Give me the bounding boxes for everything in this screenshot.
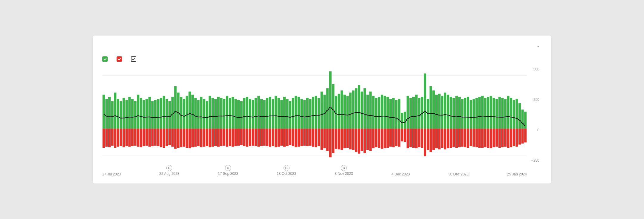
svg-rect-9 <box>108 129 111 147</box>
svg-rect-223 <box>415 129 417 148</box>
svg-rect-270 <box>484 98 486 129</box>
svg-rect-41 <box>154 129 157 146</box>
g-badge: G <box>341 165 347 171</box>
svg-rect-181 <box>355 129 357 152</box>
svg-rect-248 <box>453 98 455 129</box>
svg-rect-14 <box>117 99 119 129</box>
svg-rect-62 <box>186 96 188 129</box>
svg-rect-84 <box>217 97 220 129</box>
svg-rect-75 <box>203 129 205 146</box>
svg-rect-246 <box>450 97 452 129</box>
svg-rect-85 <box>217 129 220 146</box>
svg-rect-257 <box>464 129 466 147</box>
y-label-250: 250 <box>527 98 542 102</box>
svg-rect-113 <box>257 129 260 146</box>
svg-rect-203 <box>386 129 389 148</box>
svg-rect-123 <box>272 129 274 146</box>
svg-rect-91 <box>226 129 228 146</box>
svg-rect-213 <box>401 129 403 141</box>
svg-rect-10 <box>111 101 114 129</box>
svg-rect-221 <box>412 129 415 148</box>
chart-card: ⌃ 500 250 <box>92 35 552 184</box>
svg-rect-25 <box>131 129 134 146</box>
svg-rect-35 <box>145 129 148 146</box>
svg-rect-244 <box>447 95 449 129</box>
svg-rect-173 <box>343 129 346 148</box>
svg-rect-52 <box>171 97 174 129</box>
svg-rect-273 <box>487 129 489 148</box>
svg-rect-134 <box>289 101 291 129</box>
svg-rect-228 <box>424 73 426 129</box>
svg-rect-241 <box>441 129 443 148</box>
svg-rect-63 <box>186 129 188 148</box>
svg-rect-274 <box>490 96 492 129</box>
x-label-group: 4 Dec 2023 <box>391 165 410 176</box>
svg-rect-199 <box>381 129 383 149</box>
svg-rect-18 <box>123 98 125 129</box>
svg-rect-272 <box>487 97 489 129</box>
svg-rect-153 <box>315 129 317 147</box>
svg-rect-34 <box>145 99 148 129</box>
svg-rect-224 <box>418 98 420 129</box>
svg-rect-279 <box>496 129 498 146</box>
svg-rect-92 <box>229 98 231 129</box>
svg-rect-220 <box>412 97 415 129</box>
svg-rect-292 <box>515 99 518 129</box>
svg-rect-184 <box>361 92 363 129</box>
svg-rect-245 <box>447 129 449 148</box>
svg-rect-283 <box>501 129 504 147</box>
svg-rect-133 <box>286 129 289 146</box>
svg-rect-99 <box>237 129 240 146</box>
svg-rect-138 <box>295 96 297 129</box>
svg-rect-269 <box>481 129 484 148</box>
svg-rect-259 <box>467 129 469 148</box>
svg-rect-163 <box>329 129 332 157</box>
svg-rect-229 <box>424 129 426 156</box>
svg-rect-150 <box>312 97 314 129</box>
svg-rect-196 <box>378 97 380 129</box>
x-date-label: 27 Jul 2023 <box>102 172 121 176</box>
svg-rect-135 <box>289 129 291 145</box>
svg-rect-237 <box>435 129 438 148</box>
svg-rect-214 <box>404 112 406 129</box>
svg-rect-212 <box>401 113 403 129</box>
svg-rect-207 <box>392 129 395 147</box>
collapse-button[interactable]: ⌃ <box>534 44 542 52</box>
svg-rect-281 <box>499 129 501 148</box>
svg-rect-206 <box>392 98 395 129</box>
svg-rect-111 <box>255 129 257 146</box>
y-label-0: 0 <box>527 128 542 132</box>
svg-rect-112 <box>257 96 260 129</box>
svg-rect-23 <box>128 129 131 146</box>
svg-rect-290 <box>513 100 515 129</box>
svg-rect-88 <box>223 99 225 129</box>
svg-rect-284 <box>504 99 507 129</box>
svg-rect-201 <box>384 129 386 148</box>
svg-rect-116 <box>263 100 266 129</box>
svg-rect-69 <box>194 129 197 146</box>
svg-rect-27 <box>134 129 137 146</box>
svg-rect-71 <box>197 129 199 146</box>
svg-rect-65 <box>188 129 191 148</box>
svg-rect-172 <box>343 95 346 129</box>
svg-rect-255 <box>461 129 463 146</box>
svg-rect-189 <box>366 129 369 150</box>
svg-rect-117 <box>263 129 266 146</box>
svg-rect-289 <box>510 129 512 147</box>
svg-rect-194 <box>375 98 377 129</box>
svg-rect-154 <box>318 98 320 129</box>
svg-rect-20 <box>126 100 128 129</box>
svg-rect-21 <box>126 129 128 146</box>
svg-rect-108 <box>252 100 254 129</box>
y-axis: 500 250 0 –250 <box>527 67 542 163</box>
svg-rect-16 <box>120 101 122 129</box>
svg-rect-78 <box>209 96 211 129</box>
svg-rect-178 <box>352 90 354 129</box>
svg-rect-140 <box>298 97 300 129</box>
svg-rect-287 <box>507 129 509 148</box>
svg-rect-37 <box>148 129 151 146</box>
svg-rect-202 <box>386 97 389 129</box>
svg-rect-136 <box>292 98 294 129</box>
svg-rect-222 <box>415 95 417 129</box>
svg-rect-200 <box>384 96 386 129</box>
